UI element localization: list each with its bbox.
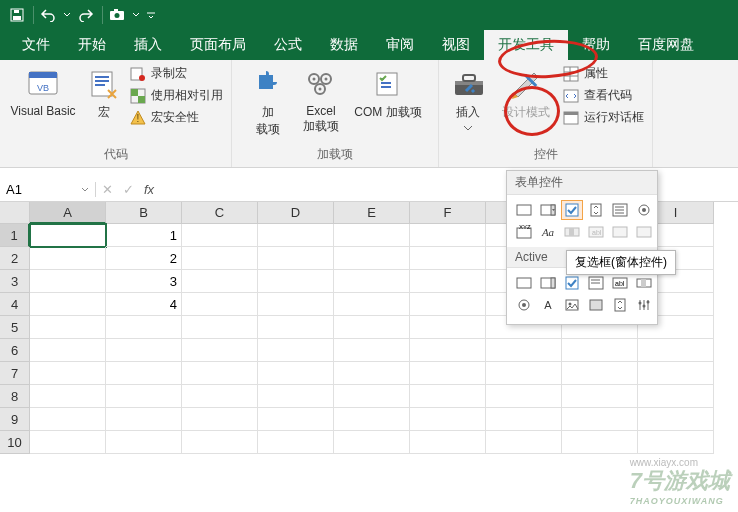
- row-header[interactable]: 2: [0, 247, 30, 270]
- row-header[interactable]: 1: [0, 224, 30, 247]
- redo-icon[interactable]: [75, 4, 97, 26]
- col-header[interactable]: D: [258, 202, 334, 224]
- addins-button[interactable]: 加 载项: [246, 64, 290, 138]
- cell[interactable]: [30, 362, 106, 385]
- cell[interactable]: 2: [106, 247, 182, 270]
- visual-basic-button[interactable]: VB Visual Basic: [6, 64, 80, 118]
- ax-toggle[interactable]: [585, 295, 607, 315]
- row-header[interactable]: 4: [0, 293, 30, 316]
- cell[interactable]: [182, 339, 258, 362]
- cell[interactable]: [638, 339, 714, 362]
- cell[interactable]: [410, 408, 486, 431]
- cell[interactable]: [30, 431, 106, 454]
- cell[interactable]: [638, 431, 714, 454]
- cell[interactable]: [258, 224, 334, 247]
- cell[interactable]: [106, 385, 182, 408]
- cell[interactable]: [182, 408, 258, 431]
- cell[interactable]: [106, 316, 182, 339]
- cell[interactable]: [410, 316, 486, 339]
- checkbox-control[interactable]: [561, 200, 583, 220]
- combobox-control[interactable]: [537, 200, 559, 220]
- qat-customize-icon[interactable]: [144, 4, 158, 26]
- tab-view[interactable]: 视图: [428, 30, 484, 60]
- cell[interactable]: [30, 385, 106, 408]
- cell[interactable]: [486, 362, 562, 385]
- cell[interactable]: [30, 408, 106, 431]
- cell[interactable]: [30, 247, 106, 270]
- spinner-control[interactable]: [585, 200, 607, 220]
- cell[interactable]: [30, 293, 106, 316]
- cell[interactable]: [638, 408, 714, 431]
- row-header[interactable]: 7: [0, 362, 30, 385]
- fx-icon[interactable]: fx: [144, 182, 154, 197]
- cell[interactable]: [562, 408, 638, 431]
- ax-checkbox[interactable]: [561, 273, 583, 293]
- tab-review[interactable]: 审阅: [372, 30, 428, 60]
- camera-icon[interactable]: [106, 4, 128, 26]
- ax-scrollbar[interactable]: [633, 273, 655, 293]
- cell[interactable]: [182, 224, 258, 247]
- cell[interactable]: [106, 431, 182, 454]
- tab-file[interactable]: 文件: [8, 30, 64, 60]
- run-dialog-button[interactable]: 运行对话框: [561, 108, 646, 127]
- cell[interactable]: [638, 362, 714, 385]
- cell[interactable]: [486, 431, 562, 454]
- cell[interactable]: [410, 270, 486, 293]
- cell[interactable]: [182, 316, 258, 339]
- camera-dropdown-icon[interactable]: [130, 4, 142, 26]
- tab-home[interactable]: 开始: [64, 30, 120, 60]
- undo-dropdown-icon[interactable]: [61, 4, 73, 26]
- ax-spin[interactable]: [609, 295, 631, 315]
- row-header[interactable]: 9: [0, 408, 30, 431]
- cell[interactable]: [638, 385, 714, 408]
- cell[interactable]: [182, 431, 258, 454]
- com-addins-button[interactable]: COM 加载项: [352, 64, 424, 121]
- cell[interactable]: [410, 293, 486, 316]
- scrollbar-control[interactable]: [561, 222, 583, 242]
- cell[interactable]: [486, 339, 562, 362]
- ax-button[interactable]: [513, 273, 535, 293]
- properties-button[interactable]: 属性: [561, 64, 646, 83]
- undo-icon[interactable]: [37, 4, 59, 26]
- combo-control[interactable]: [609, 222, 631, 242]
- save-icon[interactable]: [6, 4, 28, 26]
- insert-control-button[interactable]: 插入: [445, 64, 491, 131]
- cell[interactable]: [258, 408, 334, 431]
- cell[interactable]: [562, 385, 638, 408]
- col-header[interactable]: A: [30, 202, 106, 224]
- cell[interactable]: [410, 339, 486, 362]
- ax-image[interactable]: [561, 295, 583, 315]
- cell[interactable]: [410, 362, 486, 385]
- cell[interactable]: [334, 339, 410, 362]
- cell[interactable]: [334, 431, 410, 454]
- image-control[interactable]: [633, 222, 655, 242]
- excel-addins-button[interactable]: Excel 加载项: [296, 64, 346, 135]
- ax-more[interactable]: [633, 295, 655, 315]
- cell[interactable]: [258, 270, 334, 293]
- cell[interactable]: [562, 362, 638, 385]
- select-all-corner[interactable]: [0, 202, 30, 224]
- cell[interactable]: [258, 247, 334, 270]
- col-header[interactable]: E: [334, 202, 410, 224]
- cell[interactable]: [182, 385, 258, 408]
- cell[interactable]: [30, 270, 106, 293]
- cell[interactable]: [486, 408, 562, 431]
- cell[interactable]: 1: [106, 224, 182, 247]
- cell[interactable]: [30, 224, 106, 247]
- row-header[interactable]: 10: [0, 431, 30, 454]
- cell[interactable]: [334, 316, 410, 339]
- ax-option[interactable]: [513, 295, 535, 315]
- groupbox-control[interactable]: XYZ: [513, 222, 535, 242]
- relative-ref-button[interactable]: 使用相对引用: [128, 86, 225, 105]
- col-header[interactable]: B: [106, 202, 182, 224]
- cell[interactable]: [334, 247, 410, 270]
- tab-data[interactable]: 数据: [316, 30, 372, 60]
- cell[interactable]: [410, 224, 486, 247]
- optionbutton-control[interactable]: [633, 200, 655, 220]
- cell[interactable]: [334, 224, 410, 247]
- tab-pagelayout[interactable]: 页面布局: [176, 30, 260, 60]
- cell[interactable]: [258, 293, 334, 316]
- cell[interactable]: [182, 247, 258, 270]
- tab-insert[interactable]: 插入: [120, 30, 176, 60]
- cancel-icon[interactable]: ✕: [102, 182, 113, 197]
